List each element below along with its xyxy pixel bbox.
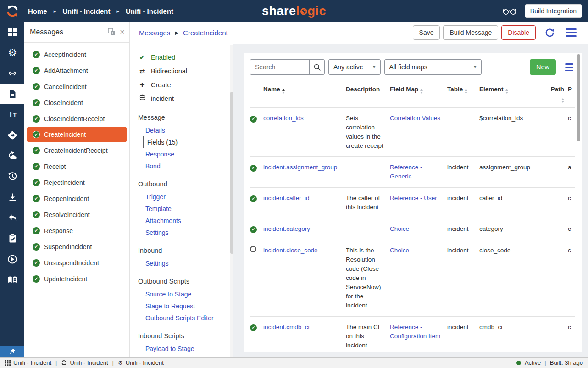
nav-link-outbound-settings[interactable]: Settings <box>138 227 229 239</box>
nav-link-attachments[interactable]: Attachments <box>138 215 229 227</box>
message-item[interactable]: ✔CloseIncidentReceipt <box>24 111 129 127</box>
nav-link-details[interactable]: Details <box>138 124 229 136</box>
menu-hamburger-icon[interactable] <box>564 27 578 39</box>
tasks-clipboard-icon[interactable] <box>0 228 24 249</box>
field-description: This is the Resolution code (Close code … <box>346 246 390 310</box>
message-item[interactable]: ✔UpdateIncident <box>24 271 129 287</box>
detail-breadcrumb-current[interactable]: CreateIncident <box>183 29 228 37</box>
field-map-link[interactable]: Correlation Values <box>390 115 440 122</box>
disable-button[interactable]: Disable <box>501 25 536 40</box>
field-map-link[interactable]: Reference - User <box>390 195 437 201</box>
nav-link-payload-to-stage[interactable]: Payload to Stage <box>138 343 229 355</box>
column-header-partial[interactable]: P <box>568 85 575 94</box>
save-button[interactable]: Save <box>413 25 440 40</box>
popout-panel-icon[interactable] <box>107 28 116 36</box>
bidirectional-arrows-icon: ⇄ <box>138 67 146 75</box>
message-item[interactable]: ✔UnsuspendIncident <box>24 255 129 271</box>
field-table: incident <box>447 224 479 234</box>
field-name-link[interactable]: incident.cmdb_ci <box>263 323 310 330</box>
download-icon[interactable] <box>0 187 24 207</box>
nav-link-fields[interactable]: Fields (15) <box>143 136 229 148</box>
field-name-link[interactable]: incident.caller_id <box>263 195 310 201</box>
column-header-name[interactable]: Name <box>263 85 346 94</box>
message-item[interactable]: ✔CancelIncident <box>24 78 129 95</box>
column-header-description[interactable]: Description <box>346 85 390 94</box>
message-item-label: CloseIncidentReceipt <box>44 115 105 123</box>
column-header-path[interactable]: Path <box>548 85 568 103</box>
build-message-button[interactable]: Build Message <box>443 25 498 40</box>
field-name-link[interactable]: incident.close_code <box>263 247 318 254</box>
message-item[interactable]: ✔AcceptIncident <box>24 46 129 62</box>
field-name-link[interactable]: correlation_ids <box>263 115 304 122</box>
message-item[interactable]: ✔ReopenIncident <box>24 190 129 206</box>
active-filter-value: Any active <box>329 63 368 71</box>
breadcrumb-home[interactable]: Home <box>28 7 47 15</box>
message-item[interactable]: ✔ResolveIncident <box>24 206 129 223</box>
field-map-link[interactable]: Reference - Generic <box>390 164 422 180</box>
build-integration-button[interactable]: Build Integration <box>525 4 582 18</box>
nav-link-outbound-scripts-editor[interactable]: Outbound Scripts Editor <box>138 312 229 324</box>
message-item[interactable]: ✔SuspendIncident <box>24 239 129 255</box>
column-header-table[interactable]: Table <box>447 85 479 94</box>
message-item[interactable]: ✔AddAttachment <box>24 62 129 78</box>
spectacles-icon[interactable] <box>502 7 517 15</box>
nav-scrollbar[interactable] <box>230 45 233 357</box>
column-header-element[interactable]: Element <box>479 85 548 94</box>
message-item-selected[interactable]: ✔CreateIncident <box>27 127 127 142</box>
field-map-link[interactable]: Choice <box>390 247 409 254</box>
text-format-icon[interactable]: TT <box>0 104 24 125</box>
active-filter-select[interactable]: Any active ▼ <box>328 59 381 75</box>
table-scrollbar[interactable] <box>577 54 580 141</box>
message-item-label: RejectIncident <box>44 179 85 186</box>
breadcrumb-integration[interactable]: Unifi - Incident <box>62 7 110 15</box>
field-map-link[interactable]: Reference - Configuration Item <box>390 323 440 340</box>
statusbar-item-apps[interactable]: Unifi - Incident <box>5 359 51 366</box>
statusbar-item-integration[interactable]: Unifi - Incident <box>61 359 108 366</box>
gear-icon[interactable]: ⚙ <box>0 42 24 63</box>
column-header-field-map[interactable]: Field Map <box>390 85 447 94</box>
message-item[interactable]: ✔Receipt <box>24 158 129 174</box>
nav-link-inbound-settings[interactable]: Settings <box>138 257 229 269</box>
field-element: cmdb_ci <box>479 323 548 332</box>
app-logo[interactable] <box>0 4 24 18</box>
new-field-button[interactable]: New <box>530 59 556 75</box>
pin-icon[interactable] <box>0 346 24 357</box>
sync-cloud-icon[interactable] <box>0 145 24 166</box>
fields-toolbar: Any active ▼ All field maps ▼ New <box>250 59 575 75</box>
message-item[interactable]: ✔RejectIncident <box>24 174 129 190</box>
nav-section-outbound: Outbound Trigger Template Attachments Se… <box>138 178 229 239</box>
close-icon[interactable]: × <box>120 28 125 36</box>
history-icon[interactable] <box>0 166 24 187</box>
list-menu-icon[interactable] <box>563 61 575 73</box>
search-input[interactable] <box>250 60 309 74</box>
check-icon: ✔ <box>138 53 146 61</box>
message-item[interactable]: ✔Response <box>24 223 129 239</box>
table-row: incident.close_code This is the Resoluti… <box>250 240 575 316</box>
field-name-link[interactable]: incident.assignment_group <box>263 164 337 171</box>
refresh-icon[interactable] <box>543 26 557 40</box>
dashboard-icon[interactable] <box>0 22 24 42</box>
document-icon[interactable] <box>0 84 24 104</box>
field-name-link[interactable]: incident.category <box>263 225 310 232</box>
field-map-link[interactable]: Choice <box>390 225 409 232</box>
undo-icon[interactable] <box>0 207 24 228</box>
inactive-circle-icon <box>250 246 256 252</box>
nav-link-source-to-stage[interactable]: Source to Stage <box>138 288 229 300</box>
nav-link-trigger[interactable]: Trigger <box>138 191 229 203</box>
nav-link-response[interactable]: Response <box>138 148 229 160</box>
message-item[interactable]: ✔CloseIncident <box>24 95 129 111</box>
search-icon[interactable] <box>309 60 324 74</box>
message-item-label: UnsuspendIncident <box>44 259 99 267</box>
detail-breadcrumb-messages[interactable]: Messages <box>139 29 170 37</box>
play-circle-icon[interactable] <box>0 249 24 269</box>
message-item[interactable]: ✔CreateIncidentReceipt <box>24 142 129 158</box>
statusbar-item-process[interactable]: ⚙ Unifi - Incident <box>118 359 164 366</box>
breadcrumb-current[interactable]: Unifi - Incident <box>126 7 173 15</box>
fieldmap-filter-select[interactable]: All field maps ▼ <box>384 59 482 75</box>
nav-link-bond[interactable]: Bond <box>138 160 229 172</box>
nav-link-stage-to-request[interactable]: Stage to Request <box>138 300 229 312</box>
code-icon[interactable] <box>0 63 24 84</box>
book-icon[interactable] <box>0 269 24 290</box>
nav-link-template[interactable]: Template <box>138 203 229 215</box>
transform-icon[interactable] <box>0 125 24 145</box>
